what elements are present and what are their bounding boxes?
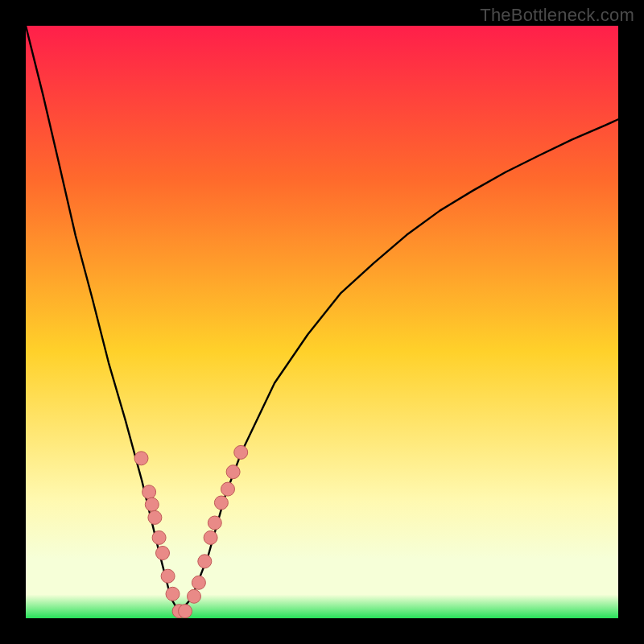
dot [226, 465, 240, 479]
dot [145, 497, 159, 511]
dot [161, 569, 175, 583]
dot [188, 589, 201, 603]
chart-plot-area [26, 26, 618, 618]
dot [192, 576, 205, 589]
watermark-text: TheBottleneck.com [480, 5, 634, 26]
dot [198, 555, 212, 568]
chart-frame: TheBottleneck.com [0, 0, 644, 644]
dot [208, 516, 221, 530]
dot [134, 452, 148, 465]
highlighted-dots [134, 445, 248, 617]
dot [204, 530, 217, 544]
bottleneck-curve [26, 26, 618, 613]
dot [166, 587, 180, 601]
chart-svg-overlay [26, 26, 618, 618]
dot [214, 496, 228, 510]
dot [234, 445, 248, 459]
dot [142, 485, 156, 499]
dot [156, 547, 170, 560]
dot [221, 482, 235, 496]
dot [148, 510, 162, 524]
dot [179, 605, 192, 618]
dot [152, 530, 166, 544]
